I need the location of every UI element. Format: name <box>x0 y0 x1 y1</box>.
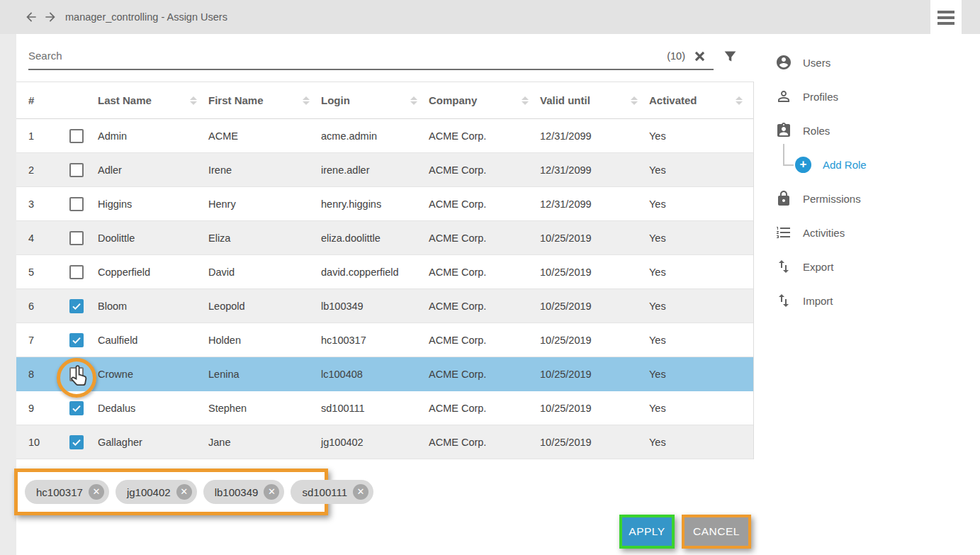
column-header-#: # <box>16 94 69 106</box>
chip-remove-icon[interactable]: ✕ <box>264 484 279 500</box>
add-plus-icon: + <box>795 157 811 173</box>
apply-button[interactable]: APPLY <box>622 517 672 546</box>
row-checkbox-checked[interactable] <box>69 333 84 347</box>
row-number: 7 <box>16 335 69 346</box>
last-name-cell: Adler <box>98 164 208 176</box>
login-cell: lc100408 <box>321 369 429 380</box>
row-number: 5 <box>16 267 69 278</box>
row-checkbox[interactable] <box>69 265 84 279</box>
back-arrow-icon[interactable] <box>24 10 38 24</box>
activated-cell: Yes <box>649 198 754 210</box>
chip-remove-icon[interactable]: ✕ <box>353 484 368 500</box>
valid-until-cell: 10/25/2019 <box>540 232 649 244</box>
first-name-cell: Irene <box>208 164 321 176</box>
login-cell: lb100349 <box>321 301 429 312</box>
last-name-cell: Dedalus <box>98 403 208 414</box>
company-cell: ACME Corp. <box>429 130 540 142</box>
table-row[interactable]: 1AdminACMEacme.adminACME Corp.12/31/2099… <box>16 119 753 153</box>
login-chip: jg100402✕ <box>116 480 197 504</box>
column-header-company[interactable]: Company <box>429 94 540 106</box>
activated-cell: Yes <box>649 164 754 176</box>
column-header-valid-until[interactable]: Valid until <box>540 94 649 106</box>
hamburger-menu-icon[interactable] <box>930 0 962 35</box>
table-row[interactable]: 8CrowneLeninalc100408ACME Corp.10/25/201… <box>16 357 753 391</box>
sort-arrows-icon[interactable] <box>303 96 310 105</box>
column-label: # <box>28 94 34 106</box>
search-input[interactable]: Search <box>28 50 62 62</box>
clear-search-icon[interactable] <box>693 50 706 63</box>
column-header-activated[interactable]: Activated <box>649 94 754 106</box>
row-checkbox[interactable] <box>69 129 84 143</box>
company-cell: ACME Corp. <box>429 164 540 176</box>
row-checkbox-checked[interactable] <box>69 401 84 415</box>
company-cell: ACME Corp. <box>429 198 540 210</box>
sort-arrows-icon[interactable] <box>190 96 197 105</box>
company-cell: ACME Corp. <box>429 335 540 346</box>
apply-button-highlight: APPLY <box>619 515 675 549</box>
row-number: 8 <box>16 369 69 380</box>
sort-arrows-icon[interactable] <box>522 96 529 105</box>
table-row[interactable]: 2AdlerIreneirene.adlerACME Corp.12/31/20… <box>16 153 753 187</box>
table-row[interactable]: 6BloomLeopoldlb100349ACME Corp.10/25/201… <box>16 289 753 323</box>
sidebar-item-profiles[interactable]: Profiles <box>775 88 838 105</box>
sidebar-item-permissions[interactable]: Permissions <box>775 190 861 207</box>
activated-cell: Yes <box>649 130 754 142</box>
sidebar-item-users[interactable]: Users <box>775 54 830 71</box>
company-cell: ACME Corp. <box>429 437 540 448</box>
sidebar-item-export[interactable]: Export <box>775 258 833 275</box>
login-cell: irene.adler <box>321 164 429 176</box>
table-row[interactable]: 4DoolittleElizaeliza.doolittleACME Corp.… <box>16 221 753 255</box>
column-label: Company <box>429 94 477 106</box>
login-chip: hc100317✕ <box>25 480 109 504</box>
sidebar-item-activities[interactable]: Activities <box>775 224 845 241</box>
table-row[interactable]: 7CaulfieldHoldenhc100317ACME Corp.10/25/… <box>16 323 753 357</box>
login-chip: sd100111✕ <box>291 480 373 504</box>
chip-remove-icon[interactable]: ✕ <box>89 484 104 500</box>
row-number: 2 <box>16 164 69 176</box>
company-cell: ACME Corp. <box>429 267 540 278</box>
row-checkbox[interactable] <box>69 197 84 211</box>
cancel-button[interactable]: CANCEL <box>685 517 748 546</box>
badge-icon <box>775 122 792 139</box>
login-cell: hc100317 <box>321 335 429 346</box>
filter-icon[interactable] <box>723 49 738 64</box>
chip-label: hc100317 <box>36 486 83 498</box>
forward-arrow-icon[interactable] <box>43 10 57 24</box>
chip-label: sd100111 <box>302 486 347 498</box>
row-number: 1 <box>16 130 69 142</box>
column-header-login[interactable]: Login <box>321 94 429 106</box>
users-table: #Last NameFirst NameLoginCompanyValid un… <box>16 82 754 459</box>
sort-arrows-icon[interactable] <box>631 96 638 105</box>
valid-until-cell: 10/25/2019 <box>540 403 649 414</box>
sidebar-item-import[interactable]: Import <box>775 292 833 309</box>
sidebar-item-add-role[interactable]: + Add Role <box>795 157 867 173</box>
last-name-cell: Gallagher <box>98 437 208 448</box>
row-checkbox[interactable] <box>69 367 84 381</box>
column-header-last-name[interactable]: Last Name <box>98 94 208 106</box>
sidebar-item-label: Import <box>803 295 833 307</box>
sort-arrows-icon[interactable] <box>410 96 417 105</box>
row-checkbox[interactable] <box>69 163 84 177</box>
sidebar-item-label: Activities <box>803 227 845 239</box>
column-label: Valid until <box>540 94 590 106</box>
activated-cell: Yes <box>649 369 754 380</box>
sidebar-item-roles[interactable]: Roles <box>775 122 830 139</box>
company-cell: ACME Corp. <box>429 301 540 312</box>
table-row[interactable]: 5CopperfieldDaviddavid.copperfieldACME C… <box>16 255 753 289</box>
column-header-first-name[interactable]: First Name <box>208 94 321 106</box>
table-row[interactable]: 9DedalusStephensd100111ACME Corp.10/25/2… <box>16 391 753 425</box>
row-checkbox-checked[interactable] <box>69 435 84 449</box>
sort-arrows-icon[interactable] <box>736 96 743 105</box>
row-checkbox[interactable] <box>69 231 84 245</box>
valid-until-cell: 12/31/2099 <box>540 198 649 210</box>
valid-until-cell: 10/25/2019 <box>540 267 649 278</box>
first-name-cell: Henry <box>208 198 321 210</box>
sidebar-item-label: Profiles <box>803 91 838 103</box>
import-export-icon <box>775 292 792 309</box>
last-name-cell: Admin <box>98 130 208 142</box>
valid-until-cell: 10/25/2019 <box>540 369 649 380</box>
row-checkbox-checked[interactable] <box>69 299 84 313</box>
chip-remove-icon[interactable]: ✕ <box>176 484 192 500</box>
table-row[interactable]: 10GallagherJanejg100402ACME Corp.10/25/2… <box>16 425 753 459</box>
table-row[interactable]: 3HigginsHenryhenry.higginsACME Corp.12/3… <box>16 187 753 221</box>
